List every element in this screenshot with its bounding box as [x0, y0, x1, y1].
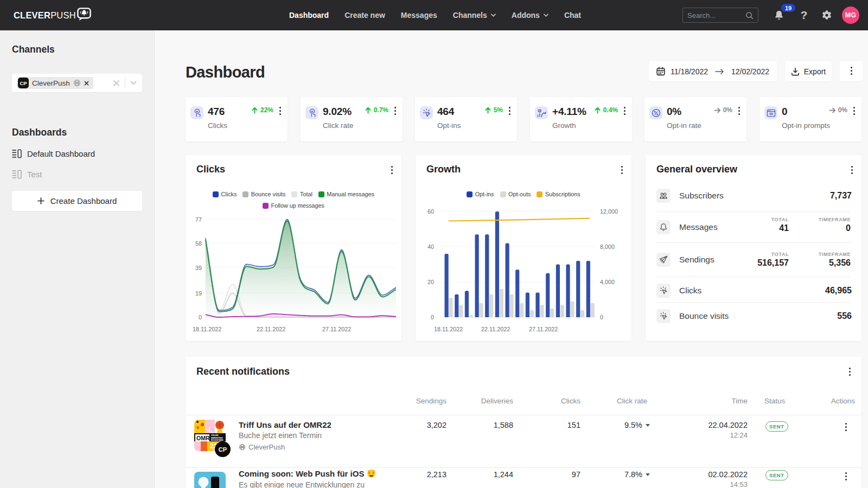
- svg-text:40: 40: [427, 243, 434, 250]
- svg-text:OMR: OMR: [196, 435, 210, 441]
- svg-text:0: 0: [199, 314, 202, 320]
- svg-text:ONLINE: ONLINE: [211, 434, 219, 436]
- svg-text:18.11.2022: 18.11.2022: [193, 326, 221, 332]
- svg-text:77: 77: [195, 216, 202, 223]
- svg-text:39: 39: [195, 265, 202, 271]
- svg-text:12,000: 12,000: [600, 208, 618, 215]
- svg-text:19: 19: [195, 290, 202, 297]
- svg-text:60: 60: [427, 208, 434, 215]
- svg-text:22.11.2022: 22.11.2022: [257, 326, 285, 332]
- svg-text:0: 0: [600, 314, 603, 320]
- svg-text:27.11.2022: 27.11.2022: [529, 326, 558, 332]
- svg-text:27.11.2022: 27.11.2022: [322, 326, 351, 332]
- svg-text:18.11.2022: 18.11.2022: [434, 326, 463, 332]
- svg-text:58: 58: [195, 240, 202, 247]
- svg-text:0: 0: [431, 314, 434, 320]
- svg-text:22.11.2022: 22.11.2022: [481, 326, 510, 332]
- svg-text:20: 20: [427, 279, 434, 285]
- svg-text:MARKETING: MARKETING: [211, 437, 223, 439]
- svg-text:4,000: 4,000: [600, 279, 615, 285]
- svg-text:8,000: 8,000: [600, 243, 615, 250]
